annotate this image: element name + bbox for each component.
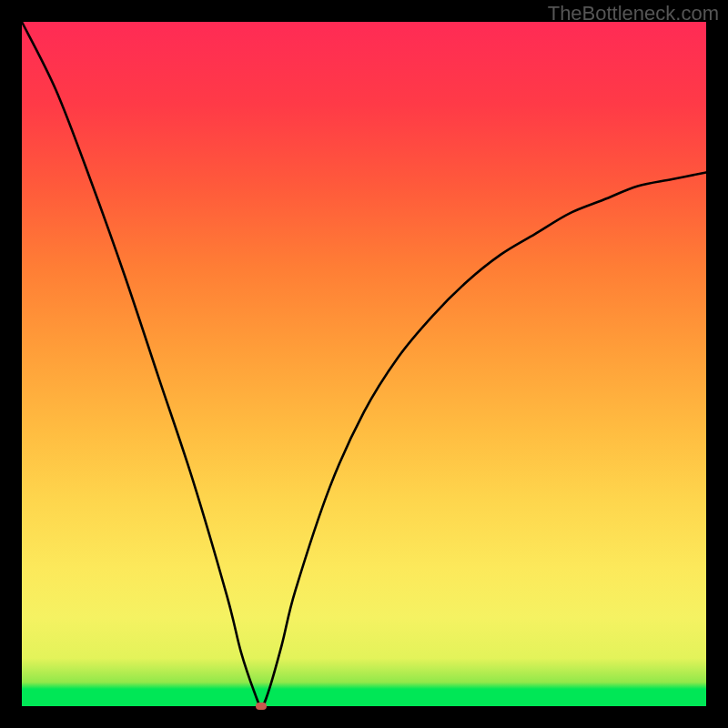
curve-svg <box>22 22 706 706</box>
bottleneck-curve <box>22 22 706 706</box>
watermark-text: TheBottleneck.com <box>548 2 719 25</box>
plot-area <box>22 22 706 706</box>
chart-frame: TheBottleneck.com <box>0 0 728 728</box>
optimum-marker <box>256 703 267 710</box>
